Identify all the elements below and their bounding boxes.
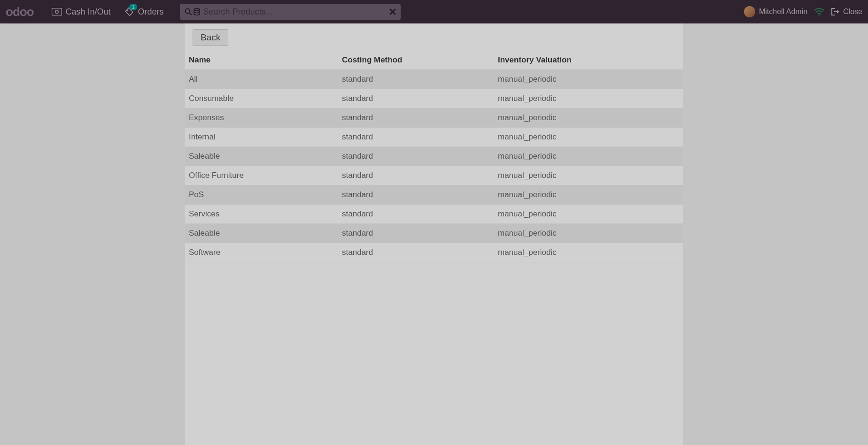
cell-name: Office Furniture <box>185 166 338 185</box>
svg-point-1 <box>55 10 58 13</box>
search-input[interactable] <box>203 7 389 17</box>
avatar <box>744 6 755 17</box>
tag-icon: 1 <box>124 7 134 17</box>
orders-label: Orders <box>138 7 164 17</box>
col-header-name[interactable]: Name <box>185 51 338 70</box>
svg-point-5 <box>194 8 200 11</box>
cell-valuation: manual_periodic <box>494 70 683 89</box>
wifi-icon <box>814 8 824 16</box>
cell-name: All <box>185 70 338 89</box>
cell-costing: standard <box>338 70 494 89</box>
table-row[interactable]: Office Furniturestandardmanual_periodic <box>185 166 683 185</box>
cell-valuation: manual_periodic <box>494 89 683 108</box>
cell-valuation: manual_periodic <box>494 205 683 224</box>
brand-logo[interactable]: odoo <box>6 5 34 19</box>
cell-valuation: manual_periodic <box>494 243 683 262</box>
user-menu[interactable]: Mitchell Admin <box>744 6 807 17</box>
table-row[interactable]: Consumablestandardmanual_periodic <box>185 89 683 108</box>
cell-name: Consumable <box>185 89 338 108</box>
cell-valuation: manual_periodic <box>494 166 683 185</box>
close-button[interactable]: Close <box>831 8 862 16</box>
cash-label: Cash In/Out <box>66 7 111 17</box>
signout-icon <box>831 8 840 16</box>
svg-point-3 <box>185 9 190 14</box>
cell-name: Expenses <box>185 108 338 128</box>
table-row[interactable]: PoSstandardmanual_periodic <box>185 185 683 205</box>
cell-costing: standard <box>338 205 494 224</box>
cell-valuation: manual_periodic <box>494 185 683 205</box>
table-row[interactable]: Internalstandardmanual_periodic <box>185 128 683 147</box>
cell-valuation: manual_periodic <box>494 224 683 243</box>
svg-rect-0 <box>52 8 62 15</box>
svg-point-2 <box>127 10 128 11</box>
search-icon <box>185 8 192 15</box>
cell-valuation: manual_periodic <box>494 147 683 166</box>
table-row[interactable]: Servicesstandardmanual_periodic <box>185 205 683 224</box>
cell-valuation: manual_periodic <box>494 128 683 147</box>
cell-costing: standard <box>338 243 494 262</box>
back-button[interactable]: Back <box>193 29 228 46</box>
svg-point-8 <box>819 15 820 16</box>
cell-name: Saleable <box>185 147 338 166</box>
svg-line-4 <box>189 13 192 15</box>
topbar: odoo Cash In/Out 1 Orders Mitchell Admin <box>0 0 868 23</box>
content-panel: Back Name Costing Method Inventory Valua… <box>185 23 683 445</box>
col-header-costing[interactable]: Costing Method <box>338 51 494 70</box>
cell-costing: standard <box>338 147 494 166</box>
cell-costing: standard <box>338 108 494 128</box>
clear-search-icon[interactable] <box>389 8 396 15</box>
cash-in-out-button[interactable]: Cash In/Out <box>52 7 111 17</box>
cell-costing: standard <box>338 185 494 205</box>
cell-name: PoS <box>185 185 338 205</box>
cell-costing: standard <box>338 224 494 243</box>
cell-costing: standard <box>338 166 494 185</box>
col-header-valuation[interactable]: Inventory Valuation <box>494 51 683 70</box>
table-row[interactable]: Allstandardmanual_periodic <box>185 70 683 89</box>
page-body: Back Name Costing Method Inventory Valua… <box>0 23 868 445</box>
search-box[interactable] <box>180 4 401 20</box>
table-row[interactable]: Expensesstandardmanual_periodic <box>185 108 683 128</box>
cell-valuation: manual_periodic <box>494 108 683 128</box>
cell-name: Software <box>185 243 338 262</box>
cell-name: Saleable <box>185 224 338 243</box>
cell-costing: standard <box>338 89 494 108</box>
table-row[interactable]: Softwarestandardmanual_periodic <box>185 243 683 262</box>
cell-costing: standard <box>338 128 494 147</box>
database-icon <box>193 8 201 15</box>
user-name: Mitchell Admin <box>759 8 807 16</box>
cell-name: Services <box>185 205 338 224</box>
table-row[interactable]: Saleablestandardmanual_periodic <box>185 147 683 166</box>
orders-button[interactable]: 1 Orders <box>124 7 164 17</box>
orders-badge: 1 <box>129 4 137 10</box>
table-row[interactable]: Saleablestandardmanual_periodic <box>185 224 683 243</box>
cash-icon <box>52 7 62 17</box>
categories-table: Name Costing Method Inventory Valuation … <box>185 51 683 262</box>
cell-name: Internal <box>185 128 338 147</box>
close-label: Close <box>843 8 862 16</box>
